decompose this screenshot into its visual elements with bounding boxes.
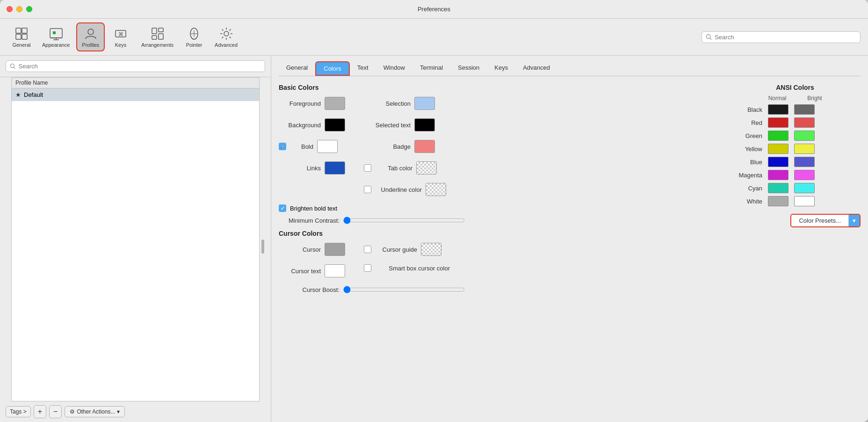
profile-search-box[interactable] [6,60,265,72]
foreground-swatch[interactable] [325,97,345,110]
titlebar: Preferences [0,0,868,19]
ansi-green-bright[interactable] [794,131,815,141]
links-swatch[interactable] [325,161,345,175]
ansi-green-row: Green [730,131,861,141]
add-profile-button[interactable]: + [34,405,46,418]
list-item[interactable]: ★ Default [12,88,259,101]
cursor-text-label: Cursor text [279,268,321,275]
window: Preferences General Appearance Profiles … [0,0,868,422]
ansi-cyan-normal[interactable] [768,183,788,193]
cursor-boost-slider[interactable] [343,286,465,293]
toolbar-search-input[interactable] [715,34,856,41]
badge-row: Badge [364,140,446,153]
cursor-swatch[interactable] [325,243,345,256]
profiles-label: Profiles [82,42,99,48]
underline-color-checkbox[interactable] [364,186,371,193]
cursor-guide-checkbox[interactable] [364,246,371,253]
tab-color-swatch[interactable] [416,161,437,175]
color-presets-label: Color Presets... [791,215,849,226]
badge-swatch[interactable] [414,140,435,153]
tab-keys[interactable]: Keys [487,61,515,76]
ansi-magenta-bright[interactable] [794,170,815,180]
cursor-text-row: Cursor text [279,264,345,277]
toolbar-arrangements[interactable]: Arrangements [137,23,178,51]
tab-general[interactable]: General [279,61,315,76]
underline-color-swatch[interactable] [426,183,446,196]
scrollbar[interactable] [261,240,264,254]
ansi-yellow-normal[interactable] [768,144,788,154]
color-presets-dropdown-icon: ▾ [849,215,860,226]
underline-color-label: Underline color [375,186,422,193]
ansi-white-bright[interactable] [794,196,815,206]
cursor-boost-row: Cursor Boost: [279,286,715,293]
tab-color-checkbox[interactable] [364,164,371,172]
tab-advanced[interactable]: Advanced [515,61,557,76]
ansi-blue-normal[interactable] [768,157,788,167]
toolbar-pointer[interactable]: Pointer [180,23,208,51]
profile-search-input[interactable] [19,63,261,70]
ansi-white-normal[interactable] [768,196,788,206]
toolbar-profiles[interactable]: Profiles [76,22,105,51]
tab-session[interactable]: Session [450,61,487,76]
minimize-button[interactable] [16,6,22,12]
cursor-colors-right-col: Cursor guide Smart box cursor color [364,243,450,282]
ansi-black-label: Black [730,106,762,113]
tab-terminal[interactable]: Terminal [412,61,450,76]
ansi-cyan-bright[interactable] [794,183,815,193]
brighten-bold-checkbox[interactable]: ✓ [279,204,286,212]
bold-checkbox[interactable]: ✓ [279,143,286,150]
ansi-red-normal[interactable] [768,117,788,128]
tab-color-row: Tab color [364,161,446,175]
color-presets-button[interactable]: Color Presets... ▾ [790,214,861,227]
badge-label: Badge [364,143,411,150]
ansi-blue-bright[interactable] [794,157,815,167]
bold-swatch[interactable] [317,140,338,153]
remove-profile-button[interactable]: − [49,405,62,418]
keys-icon: ⌘ [113,26,128,41]
ansi-black-normal[interactable] [768,104,788,115]
ansi-title: ANSI Colors [730,84,861,91]
smart-box-cursor-label: Smart box cursor color [375,265,450,272]
toolbar-general[interactable]: General [7,23,36,51]
toolbar-keys[interactable]: ⌘ Keys [107,23,135,51]
ansi-red-label: Red [730,119,762,126]
other-actions-button[interactable]: ⚙ Other Actions... ▾ [65,406,125,417]
svg-rect-14 [152,36,157,39]
ansi-yellow-bright[interactable] [794,144,815,154]
tab-text[interactable]: Text [350,61,376,76]
profile-list-wrapper: Profile Name ★ Default [6,77,265,401]
cursor-colors-title: Cursor Colors [279,230,715,237]
ansi-red-bright[interactable] [794,117,815,128]
ansi-magenta-normal[interactable] [768,170,788,180]
background-swatch[interactable] [325,118,345,131]
min-contrast-slider[interactable] [343,217,465,224]
selection-swatch[interactable] [414,97,435,110]
tab-colors[interactable]: Colors [315,61,350,76]
foreground-label: Foreground [279,100,321,107]
ansi-green-normal[interactable] [768,131,788,141]
profile-list-header: Profile Name [12,78,259,88]
cursor-guide-swatch[interactable] [421,243,441,256]
links-label: Links [279,165,321,172]
appearance-label: Appearance [42,42,70,48]
svg-rect-13 [159,28,163,32]
toolbar-advanced[interactable]: Advanced [210,23,242,51]
svg-point-19 [224,31,229,36]
selection-label: Selection [364,100,411,107]
toolbar-search-box[interactable] [702,31,861,43]
svg-rect-0 [16,28,21,33]
maximize-button[interactable] [26,6,32,12]
tags-button[interactable]: Tags > [6,406,31,417]
background-label: Background [279,122,321,129]
cursor-text-swatch[interactable] [325,264,345,277]
smart-box-cursor-checkbox[interactable] [364,264,371,272]
toolbar-appearance[interactable]: Appearance [37,23,74,51]
selected-text-row: Selected text [364,118,446,131]
close-button[interactable] [7,6,13,12]
ansi-blue-row: Blue [730,157,861,167]
tab-window[interactable]: Window [376,61,412,76]
colors-content: Basic Colors Foreground Background [279,84,861,298]
selected-text-swatch[interactable] [414,118,435,131]
ansi-blue-label: Blue [730,159,762,166]
ansi-black-bright[interactable] [794,104,815,115]
